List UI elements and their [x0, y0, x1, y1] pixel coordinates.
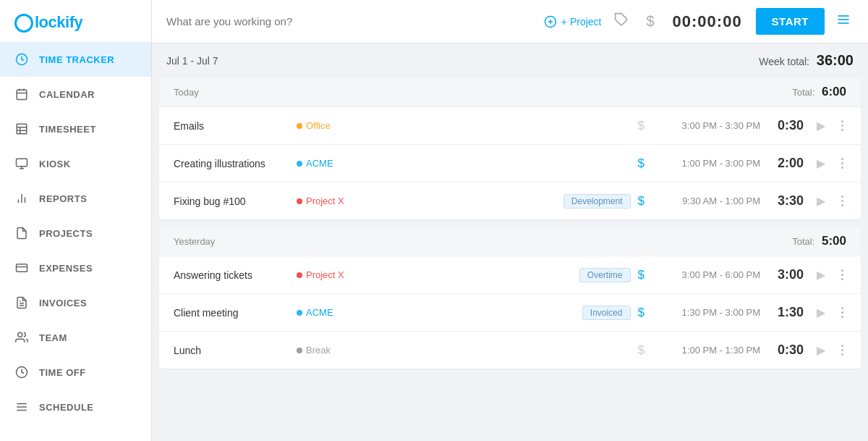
content-area: Today Total: 6:00 Emails Office $ 3:00 P…: [152, 77, 868, 441]
sidebar-label-schedule: SCHEDULE: [39, 402, 94, 413]
add-project-button[interactable]: + Project: [544, 15, 602, 28]
entry-name: Client meeting: [174, 307, 289, 319]
dollar-icon[interactable]: $: [642, 10, 658, 33]
sidebar-nav: TIME TRACKER CALENDAR TIMESHEET KIOSK RE: [0, 42, 151, 441]
sidebar-item-timesheet[interactable]: TIMESHEET: [0, 112, 151, 146]
svg-rect-1: [17, 90, 27, 100]
day-total-yesterday: Total: 5:00: [792, 234, 846, 248]
sidebar-item-projects[interactable]: PROJECTS: [0, 216, 151, 251]
week-range: Jul 1 - Jul 7: [166, 55, 218, 67]
sidebar-label-time-off: TIME OFF: [39, 367, 86, 378]
table-row: Emails Office $ 3:00 PM - 3:30 PM 0:30 ▶: [159, 107, 861, 145]
sidebar-item-reports[interactable]: REPORTS: [0, 181, 151, 216]
entry-tag-badge[interactable]: Development: [563, 194, 631, 209]
sidebar-label-reports: REPORTS: [39, 193, 87, 204]
project-label[interactable]: Project X: [306, 196, 344, 206]
sidebar-item-team[interactable]: TEAM: [0, 320, 151, 355]
list-toggle-icon[interactable]: [833, 9, 854, 33]
more-dot: [841, 349, 843, 351]
logo-icon: [14, 14, 33, 33]
day-label-today: Today: [174, 87, 199, 98]
project-label[interactable]: ACME: [306, 307, 333, 318]
entry-dollar-icon[interactable]: $: [638, 156, 644, 171]
sidebar-label-time-tracker: TIME TRACKER: [39, 54, 114, 65]
entry-tag-badge[interactable]: Overtime: [579, 268, 631, 282]
svg-rect-15: [17, 264, 27, 272]
entry-time-range: 1:00 PM - 3:00 PM: [652, 158, 760, 169]
play-button[interactable]: ▶: [811, 191, 831, 211]
sidebar-item-time-off[interactable]: TIME OFF: [0, 355, 151, 390]
day-section-yesterday: Yesterday Total: 5:00 Answering tickets …: [159, 227, 861, 369]
more-menu-button[interactable]: [838, 117, 846, 134]
start-button[interactable]: START: [756, 8, 825, 35]
project-label[interactable]: Break: [306, 345, 331, 356]
sidebar-item-kiosk[interactable]: KIOSK: [0, 146, 151, 181]
schedule-icon: [14, 400, 29, 414]
entry-dollar-icon[interactable]: $: [638, 343, 644, 358]
play-button[interactable]: ▶: [811, 340, 831, 360]
entry-project: Break: [297, 345, 331, 356]
entry-name: Creating illustrations: [174, 158, 289, 169]
entry-dollar-icon[interactable]: $: [638, 268, 644, 282]
more-dot: [841, 158, 843, 160]
entry-time-range: 1:30 PM - 3:00 PM: [652, 307, 760, 318]
entry-time-range: 9:30 AM - 1:00 PM: [652, 196, 760, 206]
more-dot: [841, 307, 843, 309]
tag-icon[interactable]: [610, 9, 633, 33]
week-header: Jul 1 - Jul 7 Week total: 36:00: [152, 43, 868, 77]
logo: lockify: [0, 0, 151, 42]
play-button[interactable]: ▶: [811, 303, 831, 322]
team-icon: [14, 330, 29, 345]
entry-project: Office: [297, 120, 331, 131]
more-menu-button[interactable]: [838, 266, 846, 283]
entry-name: Answering tickets: [174, 269, 289, 281]
project-label[interactable]: ACME: [306, 158, 333, 169]
search-input[interactable]: [166, 15, 535, 28]
project-label[interactable]: Project X: [306, 269, 344, 280]
add-project-icon: [544, 15, 557, 28]
entry-dollar-icon[interactable]: $: [638, 306, 644, 320]
sidebar-item-time-tracker[interactable]: TIME TRACKER: [0, 42, 151, 77]
entry-project: Project X: [297, 196, 344, 206]
play-button[interactable]: ▶: [811, 265, 831, 285]
timesheet-icon: [14, 122, 29, 136]
sidebar-item-invoices[interactable]: INVOICES: [0, 285, 151, 320]
expenses-icon: [14, 261, 29, 275]
svg-rect-5: [17, 124, 27, 134]
topbar: + Project $ 00:00:00 START: [152, 0, 868, 43]
play-button[interactable]: ▶: [811, 154, 831, 173]
day-label-yesterday: Yesterday: [174, 236, 215, 247]
entry-dollar-icon[interactable]: $: [638, 119, 644, 133]
sidebar-item-expenses[interactable]: EXPENSES: [0, 251, 151, 285]
sidebar-item-calendar[interactable]: CALENDAR: [0, 77, 151, 112]
sidebar-item-schedule[interactable]: SCHEDULE: [0, 390, 151, 424]
more-dot: [841, 200, 843, 202]
entry-tag-badge[interactable]: Invoiced: [582, 306, 631, 320]
more-menu-button[interactable]: [838, 304, 846, 321]
entry-time-range: 3:00 PM - 6:00 PM: [652, 269, 760, 280]
entry-dollar-icon[interactable]: $: [638, 194, 644, 209]
more-menu-button[interactable]: [838, 193, 846, 209]
table-row: Fixing bug #100 Project X Development $ …: [159, 182, 861, 219]
entry-time-range: 3:00 PM - 3:30 PM: [652, 120, 760, 131]
week-total-label: Week total:: [759, 56, 809, 67]
entry-duration: 3:00: [767, 267, 804, 282]
project-dot: [297, 123, 302, 129]
sidebar-label-timesheet: TIMESHEET: [39, 124, 96, 135]
entry-duration: 1:30: [767, 305, 804, 320]
more-menu-button[interactable]: [838, 155, 846, 172]
play-button[interactable]: ▶: [811, 116, 831, 135]
more-menu-button[interactable]: [838, 342, 846, 358]
more-dot: [841, 269, 843, 272]
week-total-value: 36:00: [817, 52, 854, 68]
day-total-label-today: Total:: [792, 87, 814, 98]
day-total-value-today: 6:00: [822, 85, 846, 98]
day-total-value-yesterday: 5:00: [822, 234, 846, 248]
svg-point-19: [18, 332, 22, 337]
project-dot: [297, 198, 302, 204]
table-row: Lunch Break $ 1:00 PM - 1:30 PM 0:30 ▶: [159, 332, 861, 369]
main-content: + Project $ 00:00:00 START Jul 1 - Jul 7…: [152, 0, 868, 441]
project-label[interactable]: Office: [306, 120, 331, 131]
sidebar-label-expenses: EXPENSES: [39, 263, 93, 274]
logo-text: lockify: [35, 13, 82, 32]
